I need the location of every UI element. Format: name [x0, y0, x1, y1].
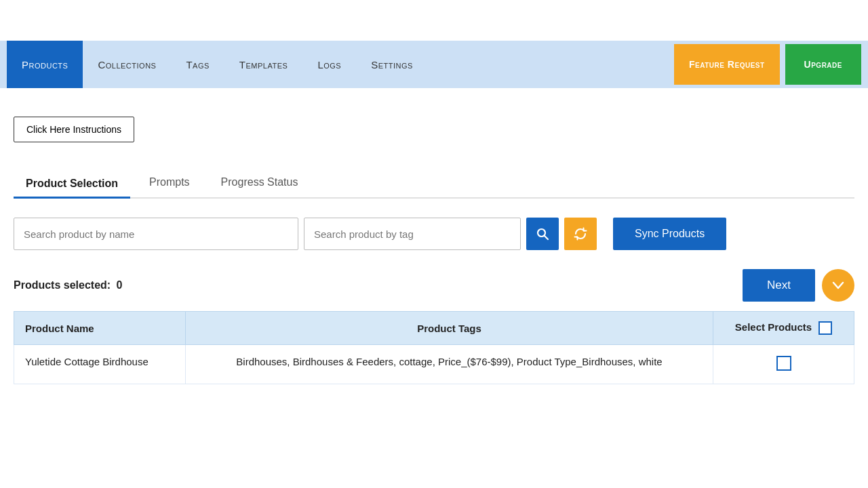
tab-bar: Product Selection Prompts Progress Statu… [14, 169, 854, 199]
product-tags-cell: Birdhouses, Birdhouses & Feeders, cottag… [185, 345, 713, 384]
refresh-icon [573, 226, 588, 241]
main-content: Click Here Instructions Product Selectio… [0, 88, 868, 384]
nav-templates[interactable]: Templates [224, 41, 303, 88]
navbar: Products Collections Tags Templates Logs… [0, 41, 868, 88]
search-name-input[interactable] [14, 218, 298, 250]
instructions-wrapper: Click Here Instructions [14, 117, 854, 157]
products-selected-row: Products selected: 0 Next [14, 269, 854, 302]
action-buttons: Next [743, 269, 854, 302]
nav-settings[interactable]: Settings [356, 41, 428, 88]
product-name-cell: Yuletide Cottage Birdhouse [14, 345, 186, 384]
feature-request-button[interactable]: Feature Request [674, 44, 780, 85]
tab-prompts[interactable]: Prompts [137, 169, 202, 197]
col-select-products: Select Products [713, 312, 854, 345]
col-product-name: Product Name [14, 312, 186, 345]
next-button[interactable]: Next [743, 269, 815, 302]
search-button[interactable] [526, 218, 559, 250]
products-selected-text: Products selected: 0 [14, 279, 123, 291]
product-table: Product Name Product Tags Select Product… [14, 311, 854, 384]
search-row: Sync Products [14, 218, 854, 250]
instructions-button[interactable]: Click Here Instructions [14, 117, 134, 142]
table-header-row: Product Name Product Tags Select Product… [14, 312, 854, 345]
upgrade-button[interactable]: Upgrade [785, 44, 861, 85]
products-selected-count: 0 [117, 279, 123, 291]
product-select-cell [713, 345, 854, 384]
product-checkbox[interactable] [776, 356, 791, 371]
top-spacer [0, 0, 868, 41]
search-icon [536, 227, 549, 241]
scroll-down-button[interactable] [822, 269, 854, 302]
tab-product-selection[interactable]: Product Selection [14, 171, 130, 199]
search-tag-input[interactable] [304, 218, 521, 250]
arrow-down-icon [831, 278, 846, 293]
products-selected-label: Products selected: [14, 279, 111, 291]
nav-tags[interactable]: Tags [171, 41, 224, 88]
nav-logs[interactable]: Logs [302, 41, 356, 88]
nav-collections[interactable]: Collections [83, 41, 171, 88]
nav-products[interactable]: Products [7, 41, 83, 88]
refresh-button[interactable] [564, 218, 597, 250]
sync-products-button[interactable]: Sync Products [613, 218, 726, 250]
table-row: Yuletide Cottage Birdhouse Birdhouses, B… [14, 345, 854, 384]
col-product-tags: Product Tags [185, 312, 713, 345]
svg-line-1 [545, 236, 548, 239]
tab-progress-status[interactable]: Progress Status [209, 169, 311, 197]
select-all-checkbox[interactable] [818, 321, 832, 335]
